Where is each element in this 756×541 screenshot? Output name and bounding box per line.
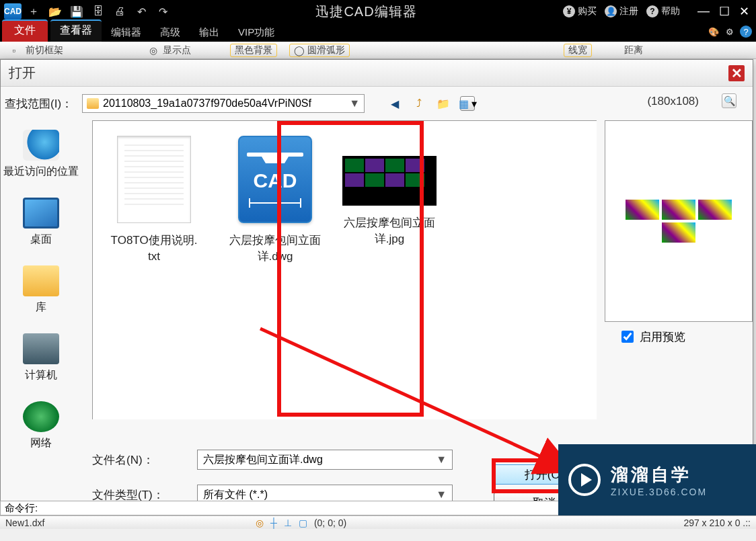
register-button[interactable]: 👤注册 — [605, 5, 638, 17]
ribbon-tabs: 文件 查看器 编辑器 高级 输出 VIP功能 🎨 ⚙ ? — [0, 23, 756, 42]
buy-button[interactable]: ¥购买 — [563, 5, 597, 17]
filename-input[interactable]: 六层按摩包间立面详.dwg▼ — [197, 450, 453, 470]
redo-icon[interactable]: ↷ — [156, 5, 169, 18]
place-recent[interactable]: 最近访问的位置 — [3, 130, 79, 179]
place-computer[interactable]: 计算机 — [23, 333, 59, 382]
svg-marker-5 — [581, 473, 592, 487]
tool-points[interactable]: 显示点 — [163, 44, 191, 56]
grid-icon[interactable]: ┼ — [270, 517, 277, 528]
chevron-down-icon[interactable]: ▼ — [349, 97, 360, 110]
tab-vip[interactable]: VIP功能 — [229, 24, 284, 42]
tab-output[interactable]: 输出 — [190, 24, 229, 42]
saveas-icon[interactable]: 🗄 — [91, 5, 105, 18]
minimize-icon[interactable]: — — [697, 4, 710, 19]
lookin-label: 查找范围(I)： — [5, 96, 73, 112]
print-icon[interactable]: 🖨 — [113, 5, 126, 18]
tab-editor[interactable]: 编辑器 — [102, 24, 151, 42]
file-item-txt[interactable]: TO8TO使用说明.txt — [104, 136, 204, 265]
place-library[interactable]: 库 — [23, 265, 59, 315]
preview-pane — [605, 120, 753, 322]
tab-viewer[interactable]: 查看器 — [50, 19, 102, 42]
watermark: 溜溜自学 ZIXUE.3D66.COM — [558, 444, 756, 515]
open-icon[interactable]: 📂 — [48, 5, 62, 18]
lookin-dropdown[interactable]: 20110803_19a1a0737f970de50a4VrPiN0Sf ▼ — [82, 94, 365, 113]
ortho-icon[interactable]: ⊥ — [284, 517, 292, 528]
file-list: TO8TO使用说明.txt CAD 六层按摩包间立面详.dwg — [92, 120, 597, 419]
open-dialog: 打开 ✕ 查找范围(I)： 20110803_19a1a0737f970de50… — [0, 59, 753, 509]
file-label: TO8TO使用说明.txt — [111, 233, 198, 265]
app-icon: CAD — [4, 3, 22, 19]
tool-distance[interactable]: 距离 — [624, 44, 643, 56]
secondary-toolbar: ▫前切框架 ◎显示点 黑色背景 ◯圆滑弧形 线宽 距离 — [0, 42, 756, 59]
palette-icon[interactable]: 🎨 — [708, 26, 720, 38]
tool-frame[interactable]: 前切框架 — [26, 44, 63, 56]
folder-icon — [87, 98, 99, 109]
place-network[interactable]: 网络 — [23, 401, 59, 450]
tool-bg[interactable]: 黑色背景 — [235, 44, 272, 56]
settings-icon[interactable]: ⚙ — [724, 26, 736, 38]
watermark-title: 溜溜自学 — [611, 463, 707, 487]
place-desktop[interactable]: 桌面 — [23, 198, 59, 247]
dialog-close-icon[interactable]: ✕ — [728, 65, 745, 81]
undo-icon[interactable]: ↶ — [135, 5, 148, 18]
newfolder-icon[interactable]: 📁 — [436, 96, 451, 111]
tab-file[interactable]: 文件 — [2, 19, 48, 42]
help-icon[interactable]: ? — [740, 26, 752, 38]
viewmode-button[interactable]: ▦▾ — [460, 96, 475, 111]
status-dimensions: 297 x 210 x 0 .:: — [683, 517, 751, 528]
dialog-title: 打开 — [9, 64, 36, 82]
status-filename: New1.dxf — [5, 517, 44, 528]
tool-lineweight[interactable]: 线宽 — [568, 44, 587, 56]
enable-preview-input[interactable] — [621, 331, 634, 343]
osnap-icon[interactable]: ▢ — [299, 517, 307, 528]
app-title: 迅捷CAD编辑器 — [169, 3, 563, 21]
preview-dimensions: (180x108) — [647, 95, 699, 108]
txt-thumb — [117, 136, 191, 223]
folder-name: 20110803_19a1a0737f970de50a4VrPiN0Sf — [103, 97, 311, 110]
preview-zoom-icon[interactable]: 🔍 — [722, 93, 736, 108]
help-button[interactable]: ?帮助 — [646, 5, 680, 17]
annotation-selection-highlight — [277, 121, 424, 417]
places-bar: 最近访问的位置 桌面 库 计算机 网络 — [1, 120, 81, 442]
snap-icon[interactable]: ◎ — [256, 517, 264, 528]
watermark-url: ZIXUE.3D66.COM — [611, 487, 707, 497]
close-icon[interactable]: ✕ — [739, 4, 749, 19]
back-icon[interactable]: ◀ — [387, 96, 402, 111]
filename-label: 文件名(N)： — [92, 452, 176, 468]
titlebar: CAD ＋ 📂 💾 🗄 🖨 ↶ ↷ 迅捷CAD编辑器 ¥购买 👤注册 ?帮助 —… — [0, 0, 756, 23]
status-coords: (0; 0; 0) — [314, 517, 346, 528]
new-icon[interactable]: ＋ — [27, 5, 40, 18]
enable-preview-checkbox[interactable]: 启用预览 — [619, 329, 685, 345]
chevron-down-icon[interactable]: ▼ — [436, 454, 447, 466]
up-icon[interactable]: ⤴ — [412, 96, 426, 111]
status-bar: New1.dxf ◎ ┼ ⊥ ▢ (0; 0; 0) 297 x 210 x 0… — [0, 515, 756, 529]
chevron-down-icon[interactable]: ▼ — [436, 489, 447, 501]
tool-arc[interactable]: 圆滑弧形 — [307, 44, 345, 56]
maximize-icon[interactable]: ☐ — [719, 4, 730, 19]
save-icon[interactable]: 💾 — [70, 5, 83, 18]
tab-advanced[interactable]: 高级 — [151, 24, 190, 42]
